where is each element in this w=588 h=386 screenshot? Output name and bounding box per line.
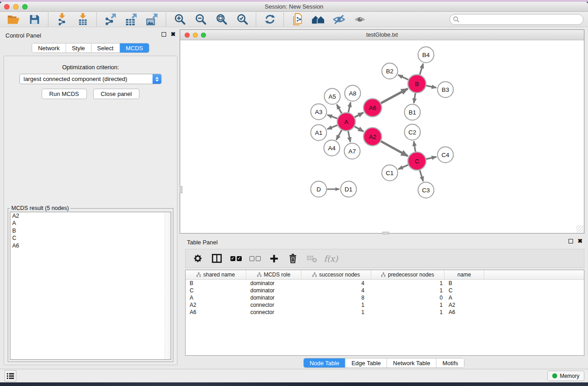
table-cell[interactable]: 4 xyxy=(301,287,371,294)
table-cell[interactable]: C xyxy=(186,287,246,294)
column-header-MCDS-role[interactable]: MCDS role xyxy=(246,270,301,279)
hide-panels-eye-button[interactable] xyxy=(331,13,347,26)
zoom-selected-button[interactable] xyxy=(234,13,250,26)
export-table-button[interactable] xyxy=(123,13,139,26)
graph-edge-B-B3[interactable] xyxy=(426,86,436,88)
zoom-in-button[interactable] xyxy=(172,13,188,26)
home-view-button[interactable] xyxy=(310,13,326,26)
graph-edge-A-A2[interactable] xyxy=(354,126,363,131)
graph-node-C4[interactable]: C4 xyxy=(438,147,454,163)
graph-node-B3[interactable]: B3 xyxy=(438,82,454,98)
table-cell[interactable]: 1 xyxy=(371,301,445,309)
table-cell[interactable]: dominator xyxy=(246,287,301,294)
graph-edge-A-A3[interactable] xyxy=(327,115,337,119)
graph-edge-B-B2[interactable] xyxy=(398,75,408,80)
tab-mcds[interactable]: MCDS xyxy=(120,43,149,52)
network-canvas[interactable]: B4B2BB3A8A5A6A3B1AA1C2A2A4A7C4CC1DD1C3 xyxy=(180,40,584,233)
mcds-result-item[interactable]: C xyxy=(10,234,171,242)
float-panel-button[interactable] xyxy=(162,32,166,37)
column-header-name[interactable]: name xyxy=(445,270,484,279)
column-header-shared-name[interactable]: shared name xyxy=(186,270,246,279)
table-cell[interactable]: A xyxy=(186,294,246,301)
graph-node-C1[interactable]: C1 xyxy=(382,165,398,181)
graph-edge-C-C2[interactable] xyxy=(414,141,416,152)
tab-network[interactable]: Network xyxy=(32,43,66,52)
save-session-button[interactable] xyxy=(26,13,43,26)
import-table-button[interactable] xyxy=(75,13,91,26)
graph-edge-A-A8[interactable] xyxy=(349,102,351,112)
tab-motifs[interactable]: Motifs xyxy=(436,358,464,367)
table-cell[interactable]: connector xyxy=(246,309,301,316)
graph-node-A7[interactable]: A7 xyxy=(344,143,360,159)
zoom-fit-button[interactable] xyxy=(213,13,229,26)
graph-edge-B-B1[interactable] xyxy=(414,93,415,103)
graph-node-A4[interactable]: A4 xyxy=(324,140,340,156)
deselect-all-button[interactable] xyxy=(249,252,261,265)
table-cell[interactable]: C xyxy=(445,287,484,294)
graph-edge-C-C4[interactable] xyxy=(426,157,436,159)
table-cell[interactable]: 1 xyxy=(371,280,445,287)
graph-edge-A-A7[interactable] xyxy=(348,131,350,142)
select-all-check-button[interactable]: ✓✓ xyxy=(230,252,242,265)
run-mcds-button[interactable]: Run MCDS xyxy=(42,89,87,99)
table-row[interactable]: A2connector11A2 xyxy=(186,301,584,309)
table-cell[interactable]: dominator xyxy=(246,294,301,301)
splitter-handle-bottom[interactable] xyxy=(382,232,389,234)
graph-node-B1[interactable]: B1 xyxy=(405,105,421,120)
zoom-out-button[interactable] xyxy=(192,13,209,26)
graph-edge-A-A4[interactable] xyxy=(336,130,342,140)
graph-node-C3[interactable]: C3 xyxy=(418,182,434,198)
table-row[interactable]: Bdominator41B xyxy=(186,280,584,287)
resize-grip[interactable] xyxy=(576,225,583,233)
graph-node-B4[interactable]: B4 xyxy=(418,47,434,63)
graph-edge-C-C3[interactable] xyxy=(420,170,423,181)
close-table-panel-button[interactable]: ✖ xyxy=(578,239,583,243)
import-network-button[interactable] xyxy=(54,13,70,26)
table-cell[interactable]: dominator xyxy=(246,280,301,287)
table-cell[interactable]: A2 xyxy=(186,301,246,309)
task-history-button[interactable] xyxy=(5,370,16,381)
table-row[interactable]: Cdominator41C xyxy=(186,287,584,294)
add-row-plus-button[interactable] xyxy=(268,252,280,265)
settings-gear-button[interactable] xyxy=(192,252,204,265)
splitter-handle-left[interactable] xyxy=(180,186,182,193)
mcds-result-item[interactable]: A2 xyxy=(10,212,171,219)
mcds-result-item[interactable]: B xyxy=(10,227,171,234)
graph-node-A[interactable]: A xyxy=(337,113,355,131)
memory-button[interactable]: Memory xyxy=(547,371,584,381)
table-row[interactable]: Adominator80A xyxy=(186,294,584,301)
table-cell[interactable]: A6 xyxy=(186,309,246,316)
table-cell[interactable]: connector xyxy=(246,301,301,309)
table-cell[interactable]: 1 xyxy=(371,309,445,316)
refresh-view-button[interactable] xyxy=(262,13,278,26)
table-cell[interactable]: 4 xyxy=(301,280,371,287)
table-row[interactable]: A6connector11A6 xyxy=(186,309,584,316)
graph-node-A6[interactable]: A6 xyxy=(363,99,382,117)
mcds-result-item[interactable]: A xyxy=(10,219,171,227)
graph-node-C[interactable]: C xyxy=(408,152,426,170)
graph-edge-C-C1[interactable] xyxy=(398,165,408,169)
delete-row-trash-button[interactable] xyxy=(287,252,299,265)
graph-edge-A-A1[interactable] xyxy=(327,125,337,129)
open-session-button[interactable] xyxy=(5,13,22,26)
graph-node-D1[interactable]: D1 xyxy=(341,181,357,197)
scrollbar[interactable] xyxy=(165,212,171,359)
table-cell[interactable]: 0 xyxy=(371,294,445,301)
mcds-result-item[interactable]: A6 xyxy=(10,242,171,249)
search-input[interactable] xyxy=(449,14,583,25)
close-panel-button[interactable]: ✖ xyxy=(171,32,176,37)
table-cell[interactable]: B xyxy=(445,280,484,287)
table-cell[interactable]: 8 xyxy=(301,294,371,301)
table-cell[interactable]: A2 xyxy=(445,301,484,309)
graph-node-A1[interactable]: A1 xyxy=(311,125,327,141)
graph-node-B[interactable]: B xyxy=(408,75,426,93)
tab-network-table[interactable]: Network Table xyxy=(387,358,436,367)
table-cell[interactable]: B xyxy=(186,280,246,287)
table-cell[interactable]: 1 xyxy=(371,287,445,294)
export-image-button[interactable] xyxy=(144,13,160,26)
table-cell[interactable]: A xyxy=(445,294,484,301)
column-header-successor-nodes[interactable]: successor nodes xyxy=(301,270,371,279)
tab-node-table[interactable]: Node Table xyxy=(304,358,346,367)
column-header-predecessor-nodes[interactable]: predecessor nodes xyxy=(371,270,445,279)
table-cell[interactable]: A6 xyxy=(445,309,484,316)
